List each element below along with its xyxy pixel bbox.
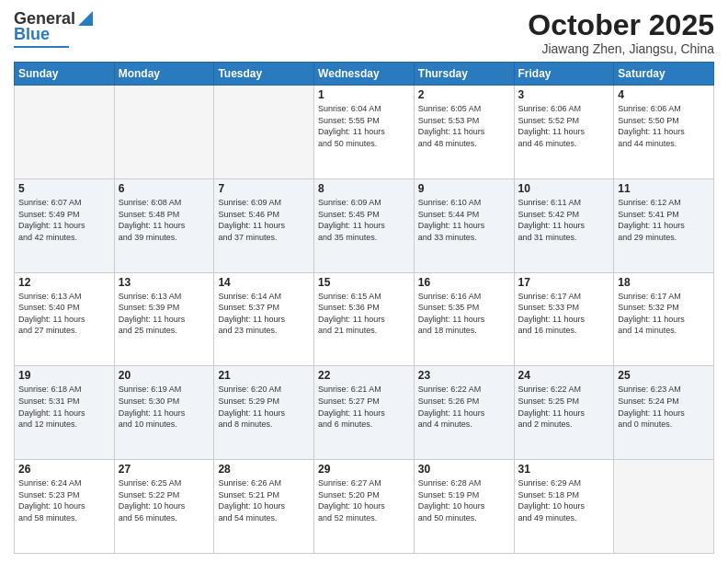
day-info: Sunrise: 6:14 AM Sunset: 5:37 PM Dayligh…: [218, 291, 310, 337]
day-number: 29: [318, 463, 410, 476]
day-number: 25: [618, 369, 710, 382]
day-info: Sunrise: 6:24 AM Sunset: 5:23 PM Dayligh…: [18, 477, 110, 523]
calendar-cell: 25Sunrise: 6:23 AM Sunset: 5:24 PM Dayli…: [614, 366, 714, 460]
calendar-cell: 9Sunrise: 6:10 AM Sunset: 5:44 PM Daylig…: [414, 178, 514, 272]
day-number: 13: [119, 276, 210, 289]
day-number: 11: [618, 182, 710, 195]
day-info: Sunrise: 6:08 AM Sunset: 5:48 PM Dayligh…: [119, 197, 210, 243]
day-number: 10: [518, 182, 610, 195]
calendar-week-row: 12Sunrise: 6:13 AM Sunset: 5:40 PM Dayli…: [15, 272, 714, 366]
day-info: Sunrise: 6:17 AM Sunset: 5:33 PM Dayligh…: [518, 291, 610, 337]
day-info: Sunrise: 6:04 AM Sunset: 5:55 PM Dayligh…: [318, 103, 410, 149]
calendar-cell: 24Sunrise: 6:22 AM Sunset: 5:25 PM Dayli…: [514, 366, 614, 460]
calendar-cell: 23Sunrise: 6:22 AM Sunset: 5:26 PM Dayli…: [414, 366, 514, 460]
calendar-cell: 19Sunrise: 6:18 AM Sunset: 5:31 PM Dayli…: [15, 366, 115, 460]
day-number: 18: [618, 276, 710, 289]
calendar-cell: 14Sunrise: 6:14 AM Sunset: 5:37 PM Dayli…: [214, 272, 314, 366]
day-number: 9: [418, 182, 510, 195]
calendar-week-row: 19Sunrise: 6:18 AM Sunset: 5:31 PM Dayli…: [15, 366, 714, 460]
calendar-cell: 16Sunrise: 6:16 AM Sunset: 5:35 PM Dayli…: [414, 272, 514, 366]
calendar-cell: 29Sunrise: 6:27 AM Sunset: 5:20 PM Dayli…: [314, 460, 415, 554]
calendar-cell: 27Sunrise: 6:25 AM Sunset: 5:22 PM Dayli…: [114, 460, 214, 554]
day-number: 8: [318, 182, 410, 195]
calendar-header-sunday: Sunday: [15, 63, 115, 86]
calendar-header-monday: Monday: [114, 63, 214, 86]
calendar-cell: 22Sunrise: 6:21 AM Sunset: 5:27 PM Dayli…: [314, 366, 415, 460]
day-number: 26: [18, 463, 110, 476]
calendar-cell: 2Sunrise: 6:05 AM Sunset: 5:53 PM Daylig…: [414, 86, 514, 179]
calendar-header-friday: Friday: [514, 63, 614, 86]
day-info: Sunrise: 6:09 AM Sunset: 5:46 PM Dayligh…: [218, 197, 310, 243]
day-info: Sunrise: 6:11 AM Sunset: 5:42 PM Dayligh…: [518, 197, 610, 243]
month-title: October 2025: [528, 9, 714, 41]
logo: General Blue: [14, 9, 95, 48]
day-info: Sunrise: 6:21 AM Sunset: 5:27 PM Dayligh…: [318, 384, 410, 430]
calendar-cell: 4Sunrise: 6:06 AM Sunset: 5:50 PM Daylig…: [614, 86, 714, 179]
day-number: 28: [218, 463, 310, 476]
day-number: 17: [518, 276, 610, 289]
day-info: Sunrise: 6:27 AM Sunset: 5:20 PM Dayligh…: [318, 477, 410, 523]
day-number: 2: [418, 88, 510, 101]
calendar-cell: 28Sunrise: 6:26 AM Sunset: 5:21 PM Dayli…: [214, 460, 314, 554]
day-info: Sunrise: 6:15 AM Sunset: 5:36 PM Dayligh…: [318, 291, 410, 337]
day-info: Sunrise: 6:06 AM Sunset: 5:52 PM Dayligh…: [518, 103, 610, 149]
day-info: Sunrise: 6:13 AM Sunset: 5:39 PM Dayligh…: [119, 291, 210, 337]
calendar-cell: 20Sunrise: 6:19 AM Sunset: 5:30 PM Dayli…: [114, 366, 214, 460]
day-info: Sunrise: 6:29 AM Sunset: 5:18 PM Dayligh…: [518, 477, 610, 523]
day-number: 14: [218, 276, 310, 289]
header: General Blue October 2025 Jiawang Zhen, …: [14, 9, 714, 56]
day-info: Sunrise: 6:25 AM Sunset: 5:22 PM Dayligh…: [119, 477, 210, 523]
calendar-cell: 30Sunrise: 6:28 AM Sunset: 5:19 PM Dayli…: [414, 460, 514, 554]
calendar-table: SundayMondayTuesdayWednesdayThursdayFrid…: [14, 62, 714, 554]
day-number: 21: [218, 369, 310, 382]
day-number: 15: [318, 276, 410, 289]
title-block: October 2025 Jiawang Zhen, Jiangsu, Chin…: [528, 9, 714, 56]
day-info: Sunrise: 6:22 AM Sunset: 5:26 PM Dayligh…: [418, 384, 510, 430]
calendar-cell: 10Sunrise: 6:11 AM Sunset: 5:42 PM Dayli…: [514, 178, 614, 272]
calendar-cell: [15, 86, 115, 179]
day-number: 4: [618, 88, 710, 101]
day-info: Sunrise: 6:20 AM Sunset: 5:29 PM Dayligh…: [218, 384, 310, 430]
logo-triangle-icon: [76, 9, 95, 28]
calendar-cell: 12Sunrise: 6:13 AM Sunset: 5:40 PM Dayli…: [15, 272, 115, 366]
day-number: 5: [18, 182, 110, 195]
calendar-cell: 21Sunrise: 6:20 AM Sunset: 5:29 PM Dayli…: [214, 366, 314, 460]
calendar-header-wednesday: Wednesday: [314, 63, 415, 86]
day-number: 24: [518, 369, 610, 382]
calendar-week-row: 26Sunrise: 6:24 AM Sunset: 5:23 PM Dayli…: [15, 460, 714, 554]
calendar-cell: 11Sunrise: 6:12 AM Sunset: 5:41 PM Dayli…: [614, 178, 714, 272]
calendar-cell: 3Sunrise: 6:06 AM Sunset: 5:52 PM Daylig…: [514, 86, 614, 179]
day-number: 20: [119, 369, 210, 382]
calendar-cell: 1Sunrise: 6:04 AM Sunset: 5:55 PM Daylig…: [314, 86, 415, 179]
calendar-cell: [114, 86, 214, 179]
day-number: 23: [418, 369, 510, 382]
page: General Blue October 2025 Jiawang Zhen, …: [0, 0, 728, 563]
calendar-cell: 17Sunrise: 6:17 AM Sunset: 5:33 PM Dayli…: [514, 272, 614, 366]
day-number: 31: [518, 463, 610, 476]
day-info: Sunrise: 6:05 AM Sunset: 5:53 PM Dayligh…: [418, 103, 510, 149]
calendar-cell: 13Sunrise: 6:13 AM Sunset: 5:39 PM Dayli…: [114, 272, 214, 366]
calendar-cell: 6Sunrise: 6:08 AM Sunset: 5:48 PM Daylig…: [114, 178, 214, 272]
location: Jiawang Zhen, Jiangsu, China: [528, 41, 714, 56]
day-number: 7: [218, 182, 310, 195]
calendar-cell: 5Sunrise: 6:07 AM Sunset: 5:49 PM Daylig…: [15, 178, 115, 272]
calendar-cell: [214, 86, 314, 179]
calendar-cell: [614, 460, 714, 554]
day-info: Sunrise: 6:28 AM Sunset: 5:19 PM Dayligh…: [418, 477, 510, 523]
day-number: 19: [18, 369, 110, 382]
logo-underline: [14, 46, 69, 48]
svg-marker-0: [78, 11, 93, 26]
day-number: 12: [18, 276, 110, 289]
day-info: Sunrise: 6:26 AM Sunset: 5:21 PM Dayligh…: [218, 477, 310, 523]
day-info: Sunrise: 6:10 AM Sunset: 5:44 PM Dayligh…: [418, 197, 510, 243]
logo-blue-text: Blue: [14, 25, 50, 44]
day-number: 6: [119, 182, 210, 195]
day-info: Sunrise: 6:16 AM Sunset: 5:35 PM Dayligh…: [418, 291, 510, 337]
day-info: Sunrise: 6:06 AM Sunset: 5:50 PM Dayligh…: [618, 103, 710, 149]
calendar-cell: 18Sunrise: 6:17 AM Sunset: 5:32 PM Dayli…: [614, 272, 714, 366]
day-number: 3: [518, 88, 610, 101]
calendar-header-tuesday: Tuesday: [214, 63, 314, 86]
day-info: Sunrise: 6:17 AM Sunset: 5:32 PM Dayligh…: [618, 291, 710, 337]
day-number: 1: [318, 88, 410, 101]
calendar-week-row: 1Sunrise: 6:04 AM Sunset: 5:55 PM Daylig…: [15, 86, 714, 179]
